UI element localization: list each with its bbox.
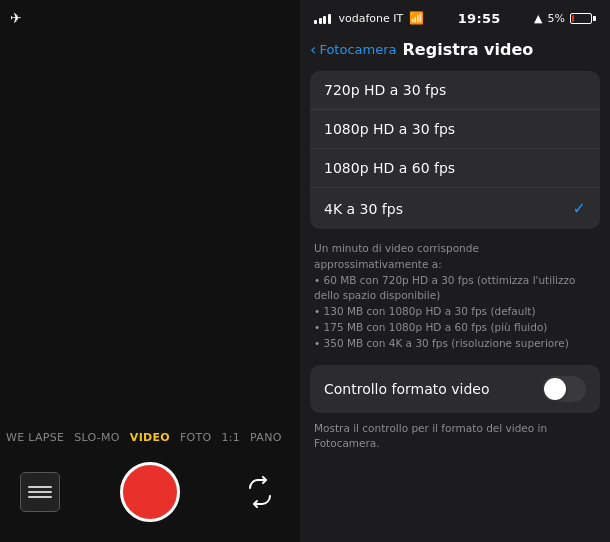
- thumbnail-button[interactable]: [20, 472, 60, 512]
- nav-bar: ‹ Fotocamera Registra video: [300, 36, 610, 65]
- camera-panel: ✈ WE LAPSESLO-MOVIDEOFOTO1:1PANO: [0, 0, 300, 542]
- signal-bars: [314, 12, 331, 24]
- toggle-description: Mostra il controllo per il formato del v…: [300, 417, 610, 458]
- toggle-knob: [544, 378, 566, 400]
- format-control-row: Controllo formato video: [310, 365, 600, 413]
- signal-bar-4: [328, 14, 331, 24]
- format-control-group: Controllo formato video: [310, 365, 600, 413]
- settings-content: 720p HD a 30 fps 1080p HD a 30 fps 1080p…: [300, 65, 610, 542]
- status-right: ▲ 5%: [534, 12, 596, 25]
- camera-controls: [0, 452, 300, 542]
- selected-checkmark: ✓: [573, 199, 586, 218]
- camera-mode-video[interactable]: VIDEO: [130, 431, 170, 444]
- flip-icon: [244, 476, 276, 508]
- option-1080p-60[interactable]: 1080p HD a 60 fps: [310, 149, 600, 188]
- option-1080p-30[interactable]: 1080p HD a 30 fps: [310, 110, 600, 149]
- page-title: Registra video: [403, 40, 534, 59]
- settings-panel: vodafone IT 📶 19:55 ▲ 5% ‹ Fotocamera Re…: [300, 0, 610, 542]
- back-label: Fotocamera: [319, 42, 396, 57]
- back-button[interactable]: ‹ Fotocamera: [310, 42, 397, 58]
- camera-mode-pano[interactable]: PANO: [250, 431, 282, 444]
- signal-bar-3: [323, 16, 326, 24]
- info-text: Un minuto di video corrisponde approssim…: [300, 235, 610, 361]
- thumbnail-icon: [28, 486, 52, 498]
- format-control-toggle[interactable]: [542, 376, 586, 402]
- flip-camera-button[interactable]: [240, 472, 280, 512]
- battery-icon: [570, 13, 596, 24]
- battery-pct: 5%: [548, 12, 565, 25]
- camera-mode-we-lapse[interactable]: WE LAPSE: [6, 431, 64, 444]
- status-left: vodafone IT 📶: [314, 11, 424, 25]
- time-display: 19:55: [458, 11, 501, 26]
- airplane-icon: ✈: [10, 10, 22, 26]
- record-button[interactable]: [120, 462, 180, 522]
- wifi-icon: 📶: [409, 11, 424, 25]
- option-720p[interactable]: 720p HD a 30 fps: [310, 71, 600, 110]
- location-icon: ▲: [534, 12, 542, 25]
- status-bar: vodafone IT 📶 19:55 ▲ 5%: [300, 0, 610, 36]
- back-chevron-icon: ‹: [310, 42, 316, 58]
- format-control-label: Controllo formato video: [324, 381, 489, 397]
- signal-bar-2: [319, 18, 322, 24]
- video-quality-group: 720p HD a 30 fps 1080p HD a 30 fps 1080p…: [310, 71, 600, 229]
- camera-mode-1:1[interactable]: 1:1: [222, 431, 241, 444]
- camera-mode-foto[interactable]: FOTO: [180, 431, 212, 444]
- carrier-label: vodafone IT: [339, 12, 404, 25]
- signal-bar-1: [314, 20, 317, 24]
- camera-mode-slo-mo[interactable]: SLO-MO: [74, 431, 120, 444]
- option-4k-30[interactable]: 4K a 30 fps ✓: [310, 188, 600, 229]
- camera-mode-bar: WE LAPSESLO-MOVIDEOFOTO1:1PANO: [0, 431, 300, 444]
